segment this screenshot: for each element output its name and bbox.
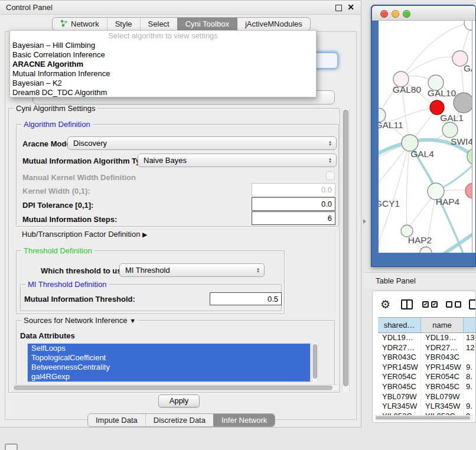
- table-cell[interactable]: [464, 353, 476, 363]
- table-cell[interactable]: YLR345W: [421, 402, 464, 412]
- dropdown-item[interactable]: ARACNE Algorithm: [10, 60, 316, 69]
- column-header-shared[interactable]: shared…: [378, 317, 421, 333]
- settings-hscrollbar[interactable]: [12, 384, 338, 391]
- close-icon[interactable]: ✕: [347, 2, 354, 12]
- attributes-scrollbar[interactable]: [312, 343, 318, 382]
- table-row[interactable]: YBL079WYBL079W: [378, 392, 476, 402]
- node-label-SWI4: SWI4: [451, 136, 472, 146]
- mac-zoom-button[interactable]: [403, 10, 410, 18]
- mi-type-select[interactable]: Naive Bayes ▲▼: [138, 154, 337, 167]
- which-threshold-select[interactable]: MI Threshold ▲▼: [119, 263, 265, 277]
- tab-label: Infer Network: [221, 416, 267, 425]
- tab-jactivemnodules[interactable]: jActiveMNodules: [237, 18, 310, 30]
- table-cell[interactable]: YBR043C: [421, 353, 464, 363]
- table-cell[interactable]: 8.: [464, 372, 476, 382]
- dropdown-item[interactable]: Bayesian – K2: [10, 79, 316, 88]
- mi-threshold-field[interactable]: 0.5: [210, 292, 282, 305]
- network-scroll-gutter: [472, 21, 476, 253]
- network-node-gray-node[interactable]: [454, 93, 472, 113]
- table-row[interactable]: YDR27…YDR27…12: [378, 343, 476, 353]
- table-cell[interactable]: YPR145W: [421, 363, 464, 373]
- aracne-mode-select[interactable]: Discovery ▲▼: [67, 136, 337, 150]
- table-cell[interactable]: YPR145W: [378, 363, 421, 373]
- table-cell[interactable]: 13: [464, 333, 476, 343]
- tab-cyni-toolbox[interactable]: Cyni Toolbox: [177, 18, 237, 30]
- float-window-icon[interactable]: [335, 5, 342, 11]
- table-row[interactable]: YDL19…YDL19…13: [378, 333, 476, 343]
- table-row[interactable]: YER054CYER054C8.: [378, 372, 476, 382]
- hub-definition-toggle[interactable]: Hub/Transcription Factor Definition ▶: [22, 230, 147, 239]
- tab-label: Select: [148, 19, 169, 28]
- table-cell[interactable]: YBR045C: [378, 382, 421, 392]
- table-cell[interactable]: YER054C: [378, 372, 421, 382]
- bottom-tab-impute-data[interactable]: Impute Data: [88, 414, 145, 426]
- attribute-item[interactable]: SelfLoops: [28, 344, 310, 353]
- algorithm-dropdown-popup: Select algorithm to view settings Bayesi…: [9, 30, 317, 97]
- mac-close-button[interactable]: [380, 10, 388, 18]
- deselect-columns-icon[interactable]: [446, 301, 461, 308]
- dropdown-item[interactable]: Bayesian – Hill Climbing: [10, 41, 316, 50]
- table-row[interactable]: YBR043CYBR043C: [378, 353, 476, 363]
- kernel-width-field[interactable]: 0.0: [252, 183, 335, 197]
- tab-label: Style: [115, 19, 132, 28]
- table-row[interactable]: YLR345WYLR345W9.: [378, 402, 476, 412]
- table-cell[interactable]: YBL079W: [378, 392, 421, 402]
- table-column-headers: shared…nameA: [378, 317, 476, 333]
- table-cell[interactable]: 9.: [464, 363, 476, 373]
- network-node-node[interactable]: [420, 247, 432, 253]
- dropdown-item[interactable]: Basic Correlation Inference: [10, 50, 316, 60]
- attribute-item[interactable]: TopologicalCoefficient: [28, 353, 310, 363]
- table-row[interactable]: YBR045CYBR045C9.: [378, 382, 476, 392]
- tab-style[interactable]: Style: [107, 18, 140, 30]
- manual-kernel-checkbox[interactable]: [326, 171, 335, 180]
- table-cell[interactable]: YDL19…: [421, 333, 464, 343]
- sources-title[interactable]: Sources for Network Inference ▼: [21, 316, 138, 325]
- network-window-titlebar[interactable]: [372, 6, 476, 21]
- table-cell[interactable]: YBL079W: [421, 392, 464, 402]
- split-panel-icon[interactable]: [401, 299, 413, 309]
- new-column-icon[interactable]: [469, 299, 476, 309]
- network-node-node[interactable]: [464, 21, 472, 30]
- tab-network[interactable]: Network: [53, 18, 107, 30]
- table-cell[interactable]: YBR045C: [421, 382, 464, 392]
- apply-button[interactable]: Apply: [158, 394, 200, 407]
- table-row[interactable]: YPR145WYPR145W9.: [378, 363, 476, 373]
- mac-minimize-button[interactable]: [392, 10, 399, 18]
- settings-vscrollbar[interactable]: [342, 109, 350, 392]
- dropdown-item[interactable]: Dream8 DC_TDC Algorithm: [10, 88, 316, 97]
- cyni-algorithm-settings-group: Cyni Algorithm Settings Algorithm Defini…: [8, 108, 340, 393]
- table-cell[interactable]: 9.: [464, 402, 476, 412]
- bottom-tab-discretize-data[interactable]: Discretize Data: [145, 414, 213, 426]
- table-cell[interactable]: [464, 392, 476, 402]
- mi-type-label: Mutual Information Algorithm Type:: [22, 156, 152, 165]
- mi-steps-field[interactable]: 6: [252, 211, 335, 225]
- attribute-item[interactable]: BetweennessCentrality: [28, 363, 310, 372]
- table-cell[interactable]: YBR043C: [378, 353, 421, 363]
- column-header-name[interactable]: name: [421, 317, 464, 333]
- dropdown-item[interactable]: Mutual Information Inference: [10, 69, 316, 79]
- table-cell[interactable]: 12: [464, 343, 476, 353]
- table-cell[interactable]: 9.: [464, 382, 476, 392]
- bottom-tab-infer-network[interactable]: Infer Network: [213, 414, 275, 426]
- kernel-width-label: Kernel Width (0,1):: [22, 187, 90, 195]
- table-hscrollbar[interactable]: [375, 415, 473, 420]
- network-graph: GALGAL80GAL10GAL1GAL11GAL4SWI4GCY1HAP4YH…: [379, 21, 472, 253]
- gear-icon[interactable]: ⚙: [380, 298, 390, 311]
- node-label-GAL11: GAL11: [379, 120, 403, 130]
- table-cell[interactable]: YDR27…: [421, 343, 464, 353]
- minimized-panel-chip[interactable]: [5, 444, 18, 450]
- column-header-A[interactable]: A: [464, 317, 476, 333]
- panel-divider-handle[interactable]: [363, 219, 366, 224]
- dpi-tolerance-field[interactable]: 0.0: [252, 197, 335, 211]
- table-cell[interactable]: YLR345W: [378, 402, 421, 412]
- table-cell[interactable]: YDL19…: [378, 333, 421, 343]
- network-canvas[interactable]: GALGAL80GAL10GAL1GAL11GAL4SWI4GCY1HAP4YH…: [379, 21, 472, 253]
- tab-select[interactable]: Select: [140, 18, 177, 30]
- select-all-columns-icon[interactable]: ✔✔: [422, 301, 438, 308]
- attribute-item[interactable]: gal4RGexp: [28, 372, 310, 381]
- table-cell[interactable]: YDR27…: [378, 343, 421, 353]
- node-label-GAL1: GAL1: [440, 113, 464, 123]
- network-node-Y[interactable]: [465, 183, 472, 198]
- network-node-GAL1[interactable]: [442, 122, 458, 138]
- table-cell[interactable]: YER054C: [421, 372, 464, 382]
